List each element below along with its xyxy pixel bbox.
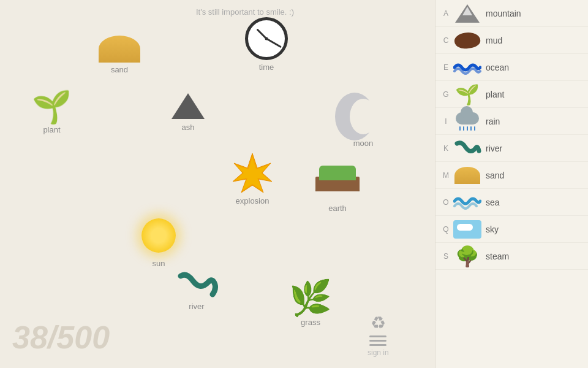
item-river-label: river: [189, 302, 204, 311]
sidebar-label-mountain: mountain: [486, 9, 521, 18]
sidebar-item-plant[interactable]: G 🌱 plant: [435, 81, 588, 108]
item-sand-label: sand: [111, 65, 128, 74]
steam-icon: 🌳: [451, 245, 483, 267]
mountain-icon: [451, 2, 483, 25]
sidebar-letter-o: O: [440, 198, 451, 207]
sidebar-letter-k: K: [440, 144, 451, 153]
sidebar-label-mud: mud: [486, 36, 502, 45]
sidebar-item-ocean[interactable]: E ocean: [435, 54, 588, 81]
item-moon-label: moon: [353, 139, 374, 148]
sidebar-letter-m: M: [440, 171, 451, 180]
sidebar-item-mud[interactable]: C mud: [435, 27, 588, 54]
item-sun[interactable]: sun: [138, 215, 179, 268]
item-moon[interactable]: moon: [346, 97, 380, 148]
sidebar-letter-q: Q: [440, 225, 451, 234]
item-explosion[interactable]: explosion: [232, 152, 273, 205]
mud-icon: [451, 29, 483, 52]
item-time-label: time: [259, 63, 274, 72]
sidebar-letter-s: S: [440, 252, 451, 261]
sidebar-label-ocean: ocean: [486, 63, 509, 72]
sidebar-label-sea: sea: [486, 197, 500, 207]
main-canvas: It's still important to smile. :) 38/500…: [0, 0, 435, 368]
item-sand[interactable]: sand: [98, 31, 141, 74]
sidebar-label-sand: sand: [486, 171, 504, 180]
sidebar-item-river[interactable]: K river: [435, 135, 588, 162]
item-grass[interactable]: 🌿 grass: [289, 281, 332, 327]
item-earth[interactable]: earth: [315, 166, 360, 213]
sidebar-label-sky: sky: [486, 224, 499, 234]
sidebar-item-mountain[interactable]: A mountain: [435, 0, 588, 27]
sidebar-letter-g: G: [440, 90, 451, 99]
sidebar: A mountain C mud E ocean G 🌱: [435, 0, 588, 368]
item-ash-label: ash: [182, 123, 195, 132]
item-time[interactable]: time: [245, 17, 288, 72]
sidebar-item-steam[interactable]: S 🌳 steam: [435, 243, 588, 270]
item-sun-label: sun: [153, 259, 165, 268]
sidebar-label-rain: rain: [486, 117, 500, 126]
sidebar-label-plant: plant: [486, 90, 504, 99]
svg-marker-0: [172, 93, 205, 119]
sidebar-item-sand[interactable]: M sand: [435, 162, 588, 189]
ocean-icon: [451, 56, 483, 79]
item-plant[interactable]: 🌱 plant: [32, 91, 72, 134]
item-grass-label: grass: [301, 318, 320, 327]
sidebar-letter-i: I: [440, 117, 451, 126]
sidebar-item-sky[interactable]: Q sky: [435, 216, 588, 243]
score: 38/500: [12, 319, 110, 356]
plant-icon: 🌱: [451, 83, 483, 105]
sidebar-label-river: river: [486, 144, 502, 153]
river-sm-icon: [451, 137, 483, 159]
item-explosion-label: explosion: [236, 196, 270, 205]
sand-sm-icon: [451, 164, 483, 186]
sidebar-label-steam: steam: [486, 251, 509, 261]
tagline: It's still important to smile. :): [196, 7, 294, 17]
item-earth-label: earth: [328, 204, 347, 213]
signin-label: sign in: [368, 348, 389, 357]
rain-icon: [451, 110, 483, 132]
sea-icon: [451, 191, 483, 213]
sidebar-letter-c: C: [440, 36, 451, 45]
signin-area[interactable]: ♻ sign in: [368, 313, 389, 357]
sidebar-item-rain[interactable]: I rain: [435, 108, 588, 135]
sidebar-letter-e: E: [440, 63, 451, 72]
sky-icon: [451, 218, 483, 240]
sidebar-item-sea[interactable]: O sea: [435, 189, 588, 216]
item-river[interactable]: river: [175, 270, 219, 311]
item-plant-label: plant: [43, 125, 60, 134]
sidebar-letter-a: A: [440, 9, 451, 18]
item-ash[interactable]: ash: [170, 91, 206, 132]
